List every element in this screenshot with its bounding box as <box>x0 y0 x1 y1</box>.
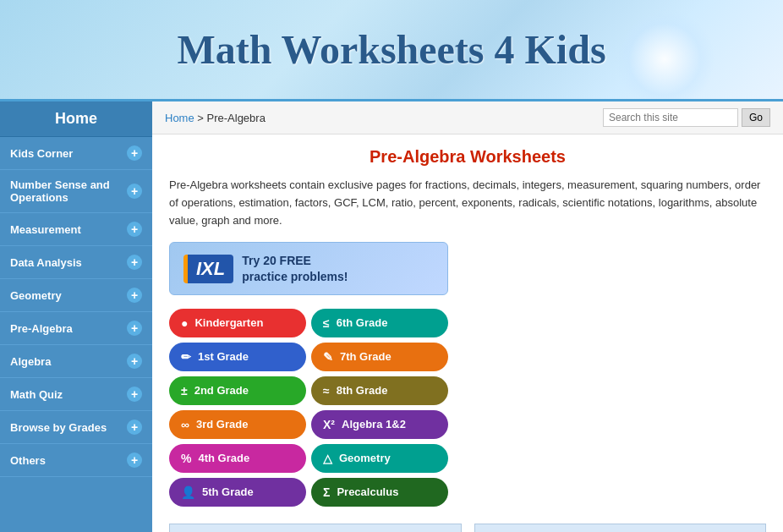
sidebar-item-geometry[interactable]: Geometry + <box>0 279 152 312</box>
sidebar-label: Pre-Algebra <box>10 322 73 335</box>
ws-card-title: Decimals Worksheets <box>474 524 767 532</box>
search-area: Go <box>603 108 770 127</box>
expand-icon: + <box>127 255 142 270</box>
page-title: Pre-Algebra Worksheets <box>169 147 766 167</box>
sidebar-item-algebra[interactable]: Algebra + <box>0 345 152 378</box>
sidebar-label: Geometry <box>10 289 62 302</box>
intro-text: Pre-Algebra worksheets contain exclusive… <box>169 177 766 229</box>
sidebar-label: Number Sense and Operations <box>10 178 127 204</box>
main-content: Home > Pre-Algebra Go Pre-Algebra Worksh… <box>152 101 783 532</box>
grade-btn-geometry[interactable]: △ Geometry <box>311 444 448 473</box>
breadcrumb: Home > Pre-Algebra <box>165 112 266 124</box>
expand-icon: + <box>127 387 142 402</box>
sidebar-item-kids-corner[interactable]: Kids Corner + <box>0 137 152 170</box>
grade-btn-icon: % <box>181 452 191 465</box>
ad-banner[interactable]: IXL Try 20 FREEpractice problems! <box>169 242 448 294</box>
main-layout: Home Kids Corner + Number Sense and Oper… <box>0 101 783 532</box>
grade-btn-1st[interactable]: ✏ 1st Grade <box>169 343 306 371</box>
expand-icon: + <box>127 222 142 237</box>
grade-btn-label: Kindergarten <box>194 316 263 329</box>
grade-btn-6th[interactable]: ≤ 6th Grade <box>311 309 448 337</box>
sidebar-item-number-sense[interactable]: Number Sense and Operations + <box>0 170 152 213</box>
breadcrumb-home[interactable]: Home <box>165 112 194 124</box>
expand-icon: + <box>127 288 142 303</box>
sidebar-label: Others <box>10 454 46 467</box>
sidebar-item-data-analysis[interactable]: Data Analysis + <box>0 246 152 279</box>
grade-btn-5th[interactable]: 👤 5th Grade <box>169 478 306 507</box>
search-button[interactable]: Go <box>742 108 770 127</box>
grade-btn-8th[interactable]: ≈ 8th Grade <box>311 376 448 405</box>
content-area: Pre-Algebra Worksheets Pre-Algebra works… <box>152 134 783 532</box>
search-input[interactable] <box>603 108 738 127</box>
sidebar-home[interactable]: Home <box>0 101 152 137</box>
site-header: Math Worksheets 4 Kids <box>0 0 783 101</box>
grade-btn-icon: ≈ <box>323 384 330 398</box>
expand-icon: + <box>127 452 142 468</box>
grade-btn-label: 8th Grade <box>337 384 388 397</box>
sidebar-item-measurement[interactable]: Measurement + <box>0 213 152 246</box>
sidebar: Home Kids Corner + Number Sense and Oper… <box>0 101 152 532</box>
ixl-logo: IXL <box>183 255 233 283</box>
sidebar-item-browse-grades[interactable]: Browse by Grades + <box>0 411 152 444</box>
grade-btn-icon: ✎ <box>323 350 333 364</box>
sidebar-label: Browse by Grades <box>10 421 107 434</box>
grade-btn-precalculus[interactable]: Σ Precalculus <box>311 478 448 507</box>
grade-btn-icon: Σ <box>323 485 330 499</box>
grade-btn-label: Geometry <box>339 452 391 464</box>
grade-btn-kindergarten[interactable]: ● Kindergarten <box>169 309 306 337</box>
grade-btn-label: Algebra 1&2 <box>342 418 406 431</box>
topbar: Home > Pre-Algebra Go <box>152 101 783 134</box>
grade-btn-icon: ± <box>181 384 188 398</box>
grade-btn-icon: ✏ <box>181 350 191 364</box>
breadcrumb-separator: > <box>194 112 207 124</box>
breadcrumb-current: Pre-Algebra <box>207 112 266 124</box>
grade-btn-icon: ∞ <box>181 418 189 431</box>
expand-icon: + <box>127 145 142 161</box>
grade-btn-icon: X² <box>323 418 335 431</box>
sidebar-item-others[interactable]: Others + <box>0 444 152 477</box>
sidebar-label: Math Quiz <box>10 388 63 401</box>
sidebar-label: Algebra <box>10 355 51 368</box>
grade-btn-label: 7th Grade <box>340 350 392 363</box>
grade-btn-label: Precalculus <box>337 485 398 498</box>
expand-icon: + <box>127 354 142 369</box>
grade-btn-4th[interactable]: % 4th Grade <box>169 444 306 473</box>
worksheet-card-fractions: Fractions Worksheets Identify, arrange, … <box>169 524 462 532</box>
expand-icon: + <box>127 321 142 336</box>
sidebar-item-math-quiz[interactable]: Math Quiz + <box>0 378 152 411</box>
grade-btn-label: 6th Grade <box>337 316 388 329</box>
sidebar-item-pre-algebra[interactable]: Pre-Algebra + <box>0 312 152 345</box>
ad-text: Try 20 FREEpractice problems! <box>242 253 348 283</box>
sidebar-label: Measurement <box>10 223 81 236</box>
grade-btn-icon: △ <box>323 452 332 465</box>
site-title: Math Worksheets 4 Kids <box>177 26 605 73</box>
grade-btn-icon: ● <box>181 316 188 330</box>
grade-btn-label: 2nd Grade <box>194 384 249 397</box>
ws-card-title: Fractions Worksheets <box>169 524 462 532</box>
grade-btn-2nd[interactable]: ± 2nd Grade <box>169 376 306 405</box>
worksheet-cards: Fractions Worksheets Identify, arrange, … <box>169 524 766 532</box>
worksheet-card-decimals: Decimals Worksheets Number names, orderi… <box>474 524 767 532</box>
sidebar-label: Data Analysis <box>10 256 82 269</box>
grade-btn-label: 5th Grade <box>202 485 254 498</box>
grade-btn-label: 1st Grade <box>198 350 249 363</box>
grade-btn-3rd[interactable]: ∞ 3rd Grade <box>169 410 306 439</box>
grade-btn-icon: ≤ <box>323 316 330 330</box>
grade-btn-label: 3rd Grade <box>196 418 248 431</box>
grade-grid: ● Kindergarten ≤ 6th Grade ✏ 1st Grade ✎… <box>169 309 448 507</box>
expand-icon: + <box>127 420 142 435</box>
grade-btn-algebra[interactable]: X² Algebra 1&2 <box>311 410 448 439</box>
grade-btn-icon: 👤 <box>181 485 195 499</box>
grade-btn-label: 4th Grade <box>198 452 249 464</box>
grade-btn-7th[interactable]: ✎ 7th Grade <box>311 343 448 371</box>
sidebar-label: Kids Corner <box>10 147 73 160</box>
expand-icon: + <box>127 184 142 199</box>
